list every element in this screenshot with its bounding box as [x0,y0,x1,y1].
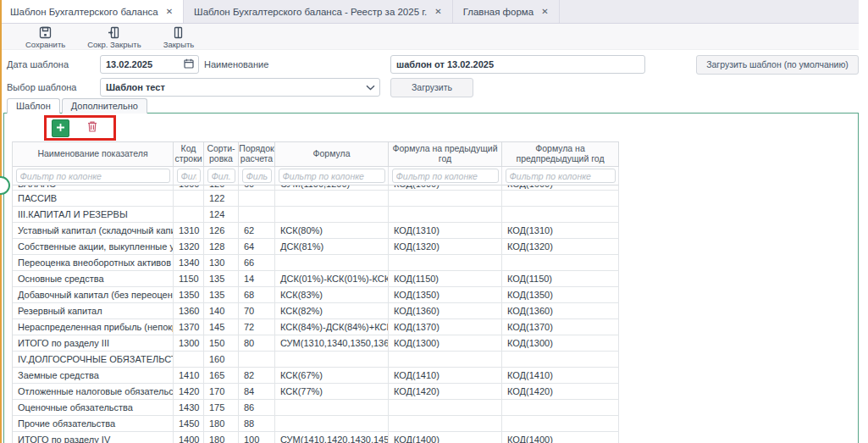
cell: 140 [204,303,239,319]
cell: КОД(1360) [389,303,502,319]
grid-body: БАЛАНС160012060СУМ(1100,1200)КОД(1600)КО… [13,186,627,443]
table-row[interactable]: Заемные средства141016582КСК(67%)КОД(141… [13,368,627,384]
cell: КСК(83%) [275,287,389,303]
column-header-1[interactable]: Код строки [174,141,204,167]
cell: 14 [239,271,275,287]
filter-cell-5 [389,167,502,186]
cell: КОД(1150) [502,271,619,287]
close-label: Закрыть [163,40,195,49]
template-name-field[interactable]: шаблон от 13.02.2025 [390,55,645,74]
cell [275,352,389,368]
template-select[interactable]: Шаблон тест [100,78,380,97]
tab-additional[interactable]: Дополнительно [62,98,147,114]
cell: КОД(1360) [502,303,619,319]
cell: СУМ(1410,1420,1430,1450) [275,432,389,443]
filter-input-4[interactable] [279,169,385,183]
grid-header-row: Наименование показателяКод строкиСорти-р… [13,141,627,167]
calendar-icon[interactable] [184,58,194,70]
table-row[interactable]: Резервный капитал136014070КСК(82%)КОД(13… [13,303,627,319]
save-icon [39,26,52,39]
window-tab-bar: Шаблон Бухгалтерского баланса ✕ Шаблон Б… [0,0,859,24]
filter-input-2[interactable] [207,169,235,183]
form-row-select: Выбор шаблона Шаблон тест Загрузить [0,78,859,97]
filter-cell-0 [13,167,174,186]
cell [502,207,619,223]
cell: 1370 [174,319,204,335]
cell: Заемные средства [13,368,174,384]
cell: 62 [239,223,275,239]
tab-template-registry-2025[interactable]: Шаблон Бухгалтерского баланса - Реестр з… [184,0,453,23]
tab-template[interactable]: Шаблон [7,98,60,114]
table-row[interactable]: ПАССИВ122 [13,191,627,207]
save-and-close-button[interactable]: Сокр. Закрыть [87,24,141,49]
cell: 88 [239,416,275,432]
filter-input-5[interactable] [392,169,499,183]
grid-toolbar [4,114,858,141]
column-header-3[interactable]: Порядок расчета [239,141,275,167]
load-template-button[interactable]: Загрузить [390,78,473,97]
save-button[interactable]: Сохранить [25,24,65,49]
tab-main-form[interactable]: Главная форма ✕ [453,0,560,23]
filter-input-3[interactable] [242,169,272,183]
column-header-4[interactable]: Формула [275,141,389,167]
cell: КСК(77%) [275,384,389,400]
table-row[interactable]: ИТОГО по разделу III130015080СУМ(1310,13… [13,335,627,352]
cell: ДСК(01%)-КСК(01%)-КСК(02... [275,271,389,287]
cell: 1150 [174,271,204,287]
column-header-2[interactable]: Сорти-ровка [204,141,239,167]
cell: КОД(1420) [389,384,502,400]
table-row[interactable]: Переоценка внеоборотных активов134013066 [13,255,627,271]
cell: Резервный капитал [13,303,174,319]
cell [502,255,619,271]
table-row[interactable]: Собственные акции, выкупленные у ак...13… [13,239,627,255]
inner-tab-label: Шаблон [16,101,51,111]
column-header-5[interactable]: Формула на предыдущий год [389,141,502,167]
table-row[interactable]: Основные средства115013514ДСК(01%)-КСК(0… [13,271,627,287]
filter-input-1[interactable] [177,169,201,183]
cell: КОД(1300) [502,335,619,352]
cell [174,352,204,368]
cell: КОД(1320) [502,239,619,255]
inner-tab-strip: Шаблон Дополнительно [0,98,859,114]
cell: Собственные акции, выкупленные у ак... [13,239,174,255]
cell: 135 [204,287,239,303]
table-row[interactable]: Добавочный капитал (без переоценки)13501… [13,287,627,303]
save-label: Сохранить [25,40,65,49]
cell: 70 [239,303,275,319]
table-row[interactable]: III.КАПИТАЛ И РЕЗЕРВЫ124 [13,207,627,223]
cell [502,191,619,207]
tab-template-balance[interactable]: Шаблон Бухгалтерского баланса ✕ [0,0,184,23]
template-date-field[interactable]: 13.02.2025 [100,55,199,74]
cell: КОД(1400) [389,432,502,443]
close-icon[interactable]: ✕ [541,8,548,16]
load-default-template-button[interactable]: Загрузить шаблон (по умолчанию) [696,55,859,75]
close-icon[interactable]: ✕ [166,8,173,16]
close-icon[interactable]: ✕ [434,8,441,16]
filter-input-0[interactable] [16,169,170,183]
cell: 1340 [174,255,204,271]
form-row-date-name: Дата шаблона 13.02.2025 Наименование шаб… [0,54,859,75]
command-toolbar: Сохранить Сокр. Закрыть [0,24,859,50]
cell: КОД(1320) [389,239,502,255]
table-row[interactable]: Отложенные налоговые обязательства142017… [13,384,627,400]
table-row[interactable]: IV.ДОЛГОСРОЧНЫЕ ОБЯЗАТЕЛЬСТВА160 [13,352,627,368]
cell: Отложенные налоговые обязательства [13,384,174,400]
column-header-6[interactable]: Формула на предпредыдущий год [502,141,619,167]
table-row[interactable]: Прочие обязательства145018088 [13,416,627,432]
tab-label: Главная форма [463,7,534,17]
filter-input-6[interactable] [506,169,616,183]
table-row[interactable]: Нераспределенная прибыль (непокрыт...137… [13,319,627,335]
cell: 66 [239,255,275,271]
table-row[interactable]: ИТОГО по разделу IV1400180100СУМ(1410,14… [13,432,627,443]
table-row[interactable]: Оценочные обязательства143017586 [13,400,627,416]
cell: КОД(1420) [502,384,619,400]
filter-cell-6 [502,167,619,186]
add-row-button[interactable] [52,119,69,137]
table-row[interactable]: Уставный капитал (складочный капита...13… [13,223,627,239]
close-button[interactable]: Закрыть [163,24,195,49]
filter-cell-2 [204,167,239,186]
cell: 180 [204,416,239,432]
chevron-down-icon[interactable] [366,82,375,92]
delete-row-button[interactable] [84,120,100,136]
column-header-0[interactable]: Наименование показателя [13,141,174,167]
